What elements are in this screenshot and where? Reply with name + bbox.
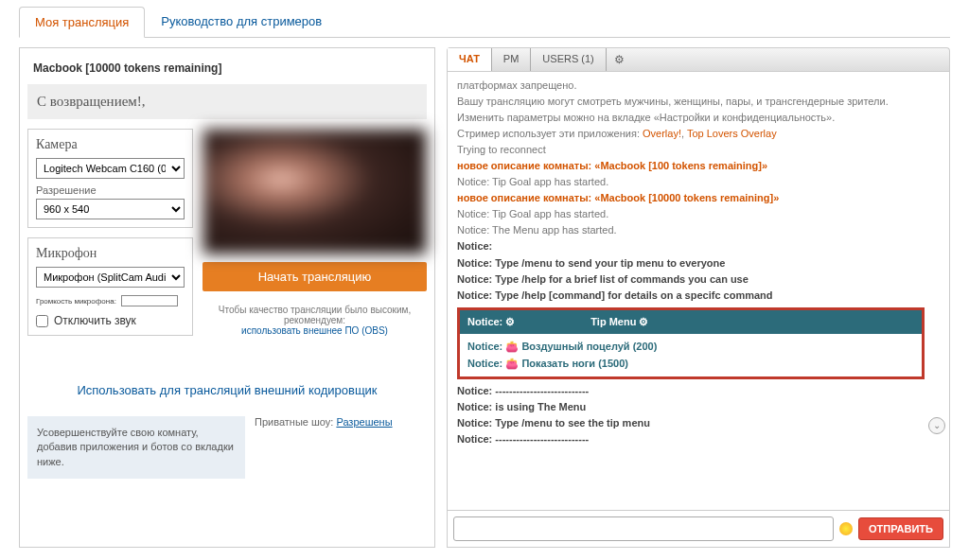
private-shows-label: Приватные шоу: (255, 416, 333, 428)
chat-line: Notice: is using The Menu (457, 399, 925, 415)
chat-input[interactable] (453, 516, 834, 541)
emoji-icon[interactable] (839, 522, 853, 535)
app-link[interactable]: Overlay! (643, 128, 681, 139)
upgrade-room-notice: Усовершенствуйте свою комнату, добавив п… (27, 416, 245, 479)
chat-line: Notice: Type /menu to see the tip menu (457, 415, 925, 431)
chat-line: платформах запрещено. (457, 78, 925, 94)
mute-label: Отключить звук (54, 314, 136, 327)
mic-select[interactable]: Микрофон (SplitCam Audio M (36, 267, 185, 288)
mic-volume-input[interactable] (121, 295, 178, 306)
app-link[interactable]: Top Lovers Overlay (687, 128, 777, 139)
chat-tab-chat[interactable]: ЧАТ (448, 48, 492, 71)
chat-line: Вашу трансляцию могут смотреть мужчины, … (457, 94, 925, 126)
tip-menu-title: Tip Menu ⚙ (590, 314, 648, 330)
chat-line: Notice: Type /help [command] for details… (457, 288, 925, 304)
chat-line: Notice: Type /menu to send your tip menu… (457, 255, 925, 271)
chat-line: Notice: Tip Goal app has started. (457, 174, 925, 190)
tip-menu-notice: Notice: ⚙ (467, 314, 515, 330)
chat-line: Notice: Type /help for a brief list of c… (457, 271, 925, 288)
quality-rec-text: Чтобы качество трансляции было высоким, … (219, 305, 411, 325)
chat-tab-pm[interactable]: PM (492, 48, 532, 71)
start-broadcast-button[interactable]: Начать трансляцию (203, 262, 427, 291)
room-title: Macbook [10000 tokens remaining] (27, 56, 427, 80)
mute-checkbox[interactable] (36, 315, 48, 327)
tip-menu-box: Notice: ⚙ Tip Menu ⚙ Notice: 👛 Воздушный… (457, 307, 925, 379)
chat-tab-users[interactable]: USERS (1) (531, 48, 606, 71)
gear-icon[interactable]: ⚙ (607, 48, 632, 71)
welcome-heading: С возвращением!, (27, 84, 427, 119)
chat-line: Trying to reconnect (457, 142, 925, 158)
tab-streamer-guide[interactable]: Руководство для стримеров (145, 6, 338, 37)
chat-line: Notice: --------------------------- (457, 383, 925, 399)
chat-line: Notice: (457, 238, 925, 254)
external-encoder-link[interactable]: Использовать для трансляций внешний коди… (27, 383, 427, 397)
chat-line: новое описание комнаты: «Macbook [100 to… (457, 158, 925, 174)
chat-line: Notice: Tip Goal app has started. (457, 206, 925, 222)
private-shows-status[interactable]: Разрешены (336, 416, 392, 428)
mic-volume-label: Громкость микрофона: (36, 297, 116, 306)
tip-item: Notice: 👛 Воздушный поцелуй (200) (467, 338, 914, 356)
tip-item: Notice: 👛 Показать ноги (1500) (467, 355, 914, 373)
chat-line: новое описание комнаты: «Macbook [10000 … (457, 190, 925, 206)
resolution-select[interactable]: 960 x 540 (36, 199, 185, 219)
send-button[interactable]: ОТПРАВИТЬ (858, 517, 943, 540)
camera-heading: Камера (36, 137, 185, 152)
scroll-down-icon[interactable]: ⌄ (928, 417, 945, 434)
tab-my-broadcast[interactable]: Моя трансляция (19, 7, 145, 38)
obs-link[interactable]: использовать внешнее ПО (OBS) (241, 325, 388, 336)
video-preview (203, 129, 427, 254)
resolution-label: Разрешение (36, 184, 185, 196)
chat-line: Notice: --------------------------- (457, 431, 925, 447)
chat-line: Стример использует эти приложения: Overl… (457, 126, 925, 142)
camera-select[interactable]: Logitech Webcam C160 (046 (36, 158, 185, 179)
mic-heading: Микрофон (36, 246, 185, 261)
chat-line: Notice: The Menu app has started. (457, 222, 925, 238)
